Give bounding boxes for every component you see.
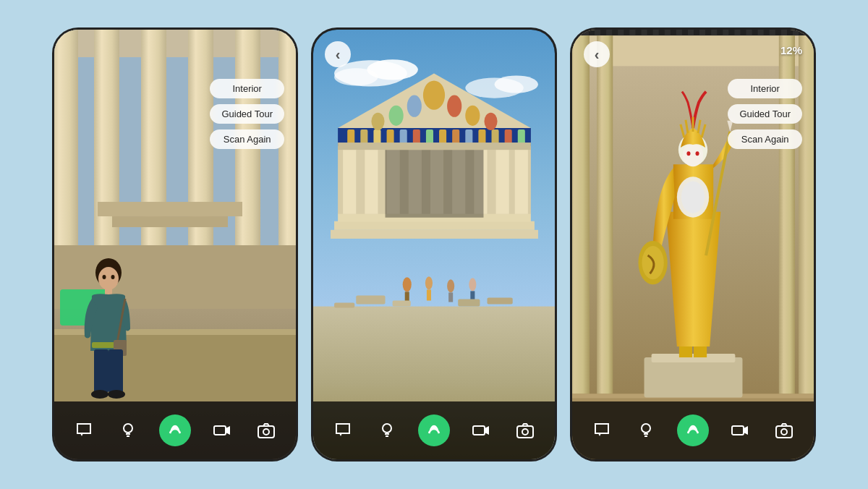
svg-point-77 — [465, 106, 480, 126]
svg-rect-125 — [804, 30, 810, 35]
guide-active-icon-3[interactable] — [677, 414, 709, 446]
svg-rect-120 — [746, 30, 752, 35]
svg-rect-42 — [334, 221, 535, 230]
svg-rect-89 — [458, 299, 480, 307]
svg-rect-66 — [478, 129, 485, 145]
svg-rect-99 — [473, 426, 485, 435]
camera-icon-3[interactable] — [771, 417, 797, 443]
svg-rect-61 — [413, 129, 420, 145]
svg-rect-132 — [644, 357, 743, 397]
interior-button-1[interactable]: Interior — [210, 79, 284, 98]
camera-icon[interactable] — [253, 417, 279, 443]
svg-rect-10 — [112, 216, 228, 227]
svg-rect-114 — [676, 30, 682, 35]
device-1: Interior Guided Tour Scan Again — [52, 27, 298, 462]
svg-point-146 — [696, 151, 699, 156]
svg-rect-122 — [770, 30, 775, 35]
svg-rect-53 — [515, 150, 528, 214]
back-button-3[interactable]: ‹ — [584, 41, 610, 67]
svg-point-145 — [686, 151, 690, 156]
svg-point-30 — [173, 425, 177, 430]
svg-point-79 — [484, 113, 497, 130]
svg-rect-64 — [452, 129, 459, 145]
svg-rect-106 — [583, 30, 589, 35]
video-icon-2[interactable] — [468, 417, 494, 443]
video-icon[interactable] — [209, 417, 235, 443]
device-2: ‹ — [311, 27, 557, 462]
svg-point-80 — [403, 277, 412, 292]
svg-rect-135 — [694, 346, 707, 357]
svg-point-14 — [98, 267, 119, 290]
svg-rect-68 — [505, 129, 512, 145]
lightbulb-icon-2[interactable] — [374, 417, 400, 443]
svg-point-98 — [432, 425, 436, 430]
screen-2: ‹ — [313, 30, 555, 459]
svg-point-16 — [111, 275, 115, 279]
scan-again-button-1[interactable]: Scan Again — [210, 129, 284, 149]
svg-point-152 — [642, 424, 650, 433]
svg-rect-60 — [400, 129, 407, 145]
back-button-2[interactable]: ‹ — [325, 41, 351, 67]
svg-point-144 — [683, 143, 703, 166]
svg-rect-107 — [595, 30, 600, 35]
svg-rect-21 — [94, 349, 109, 393]
camera-icon-2[interactable] — [512, 417, 538, 443]
back-chevron-icon: ‹ — [336, 46, 341, 63]
svg-rect-110 — [629, 30, 635, 35]
svg-point-29 — [166, 421, 184, 440]
svg-point-160 — [781, 429, 787, 435]
menu-buttons-3: Interior Guided Tour Scan Again — [728, 79, 802, 149]
svg-rect-111 — [642, 30, 647, 35]
lightbulb-icon[interactable] — [115, 417, 141, 443]
svg-rect-9 — [98, 202, 242, 216]
svg-rect-58 — [373, 129, 380, 145]
svg-rect-65 — [465, 129, 472, 145]
sky-bg-2 — [313, 30, 555, 459]
svg-rect-119 — [734, 30, 740, 35]
guide-active-icon-2[interactable] — [418, 414, 450, 446]
svg-point-84 — [447, 279, 454, 292]
back-chevron-icon-3: ‹ — [595, 46, 600, 63]
svg-rect-59 — [387, 129, 394, 145]
svg-rect-109 — [618, 30, 624, 35]
svg-point-15 — [103, 275, 106, 279]
svg-point-86 — [469, 278, 476, 291]
svg-rect-113 — [665, 30, 671, 35]
interior-button-3[interactable]: Interior — [728, 79, 802, 98]
scan-again-button-3[interactable]: Scan Again — [728, 129, 802, 149]
svg-point-25 — [124, 424, 132, 433]
toolbar-3 — [572, 401, 814, 459]
svg-rect-46 — [365, 150, 378, 214]
video-icon-3[interactable] — [727, 417, 753, 443]
svg-point-24 — [108, 390, 125, 399]
svg-rect-62 — [426, 129, 433, 145]
svg-point-76 — [389, 106, 404, 126]
svg-rect-63 — [439, 129, 446, 145]
svg-rect-83 — [427, 289, 431, 300]
chat-icon[interactable] — [71, 417, 97, 443]
svg-rect-31 — [214, 426, 226, 435]
lightbulb-icon-3[interactable] — [633, 417, 659, 443]
svg-rect-22 — [109, 349, 123, 393]
guide-active-icon[interactable] — [159, 414, 191, 446]
svg-rect-91 — [487, 297, 512, 304]
svg-rect-126 — [572, 35, 590, 407]
svg-rect-32 — [258, 426, 274, 438]
svg-point-101 — [522, 429, 528, 435]
svg-rect-117 — [711, 30, 717, 35]
svg-rect-57 — [360, 129, 367, 145]
svg-rect-115 — [688, 30, 694, 35]
chat-icon-3[interactable] — [589, 417, 615, 443]
svg-rect-159 — [776, 426, 792, 438]
svg-rect-70 — [338, 143, 531, 150]
guided-tour-button-1[interactable]: Guided Tour — [210, 104, 284, 124]
svg-rect-92 — [334, 303, 354, 308]
screen-3: ‹ 12% Interior Guided Tour Scan Again — [572, 30, 814, 459]
svg-rect-81 — [405, 292, 409, 302]
svg-rect-56 — [347, 129, 354, 145]
svg-point-97 — [425, 421, 443, 440]
chat-icon-2[interactable] — [330, 417, 356, 443]
svg-point-157 — [691, 425, 695, 430]
svg-point-23 — [91, 390, 109, 399]
guided-tour-button-3[interactable]: Guided Tour — [728, 104, 802, 124]
